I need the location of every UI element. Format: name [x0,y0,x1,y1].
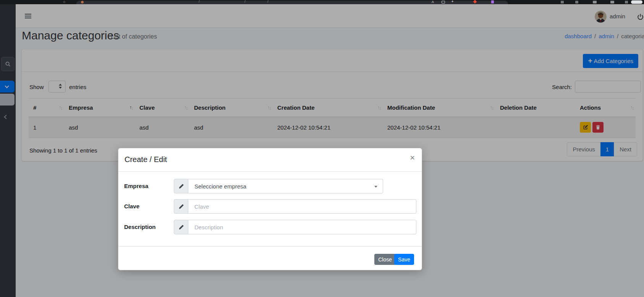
pencil-icon [178,204,184,209]
profile-pill[interactable] [631,0,642,4]
pencil-icon [178,224,184,230]
toolbar-icon[interactable] [575,1,578,3]
input-addon [174,199,188,214]
tab-text-fragment: A [432,0,434,4]
save-button[interactable]: Save [394,254,414,265]
modal-header: Create / Edit × [118,148,422,172]
extensions-icon[interactable] [625,1,628,3]
empresa-select-value: Seleccione empresa [194,183,246,190]
pencil-icon [178,183,184,189]
input-addon [174,179,188,193]
clave-input[interactable] [188,199,416,214]
close-button[interactable]: Close [374,254,396,265]
favicon-icon [81,1,84,3]
tab-title-fragment: / [267,0,269,3]
modal-footer: Close Save [118,246,422,270]
tab-title-fragment: / [244,0,246,3]
caret-down-icon [374,186,377,188]
toolbar-icon[interactable] [561,1,564,3]
clave-input-group [174,199,416,214]
create-edit-modal: Create / Edit × Empresa Seleccione empre… [118,148,422,270]
browser-chrome-strip: ☆ / / / A + [0,0,644,4]
toolbar-icon[interactable] [610,1,614,3]
purple-extension-icon [491,0,494,3]
window-icon[interactable] [442,1,445,3]
close-icon[interactable]: × [410,154,415,162]
clave-label: Clave [124,203,139,209]
star-icon[interactable]: ☆ [63,0,66,4]
new-tab-plus-icon[interactable]: + [451,0,453,3]
empresa-select-group: Seleccione empresa [174,179,383,193]
toolbar-icon[interactable] [593,1,597,3]
description-input[interactable] [188,220,416,234]
empresa-label: Empresa [124,183,148,189]
empresa-select[interactable]: Seleccione empresa [188,179,383,193]
tab-title-fragment: / [199,0,200,3]
description-label: Description [124,224,156,230]
description-input-group [174,220,416,234]
modal-title: Create / Edit [125,155,167,164]
input-addon [174,220,188,234]
